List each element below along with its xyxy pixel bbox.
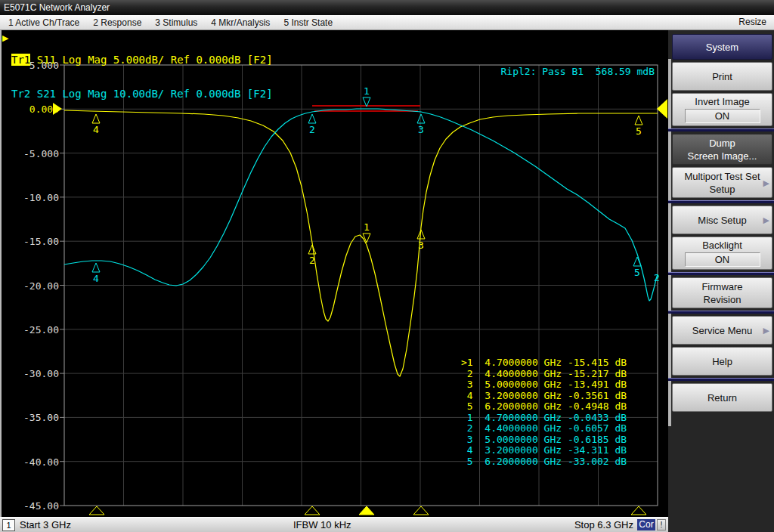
softkey-scroll-strip (668, 59, 671, 426)
menu-resize[interactable]: Resize (738, 15, 766, 29)
submenu-arrow-icon: ▶ (763, 326, 769, 336)
window-title-bar: E5071C Network Analyzer (0, 0, 774, 15)
trace1-marker-row: 5 6.2000000 GHz -0.4948 dB (461, 401, 627, 413)
menu-2-response[interactable]: 2 Response (86, 17, 148, 28)
softkey-service-menu[interactable]: Service Menu▶ (672, 316, 772, 345)
softkey-label: Help (712, 356, 732, 367)
softkey-label: System (706, 42, 738, 53)
marker-number: 5 (636, 125, 642, 137)
softkey-label: Invert Image (673, 96, 772, 107)
toggle-state-box[interactable]: ON (685, 109, 760, 123)
trace1-marker-row: 3 5.0000000 GHz -13.491 dB (461, 379, 627, 391)
softkey-label: Revision (704, 293, 741, 306)
trace2-marker-row: 5 6.2000000 GHz -33.002 dB (461, 456, 627, 468)
trace2-marker-5[interactable]: 5 (633, 257, 641, 278)
marker-triangle-icon (417, 114, 425, 123)
marker-triangle-icon (308, 114, 316, 123)
trace1-marker-row: >1 4.7000000 GHz -15.415 dB (461, 357, 627, 369)
softkey-label: Return (707, 392, 737, 404)
instrument-screen: 12345123452 ▶ Tr1 S11 Log Mag 5.000dB/ R… (0, 30, 668, 517)
softkey-group-separator (668, 272, 774, 275)
submenu-arrow-icon: ▶ (763, 176, 769, 189)
ripple-test-result: Ripl2: Pass B1 568.59 mdB (423, 66, 655, 77)
marker-triangle-icon (92, 263, 100, 272)
correction-status-badge: Cor (637, 519, 655, 530)
trace1-marker-row: 2 4.4000000 GHz -15.217 dB (461, 369, 627, 380)
softkey-label: Screen Image... (688, 150, 757, 162)
trace1-marker-5[interactable]: 5 (635, 116, 642, 137)
channel-indicator: 1 (2, 519, 15, 531)
trace1-name[interactable]: Tr1 (11, 54, 30, 66)
stop-frequency-readout[interactable]: Stop 6.3 GHz (574, 519, 633, 530)
softkey-label: Firmware (701, 280, 742, 293)
softkey-invert-image[interactable]: Invert ImageON (672, 93, 772, 126)
marker-triangle-icon (308, 245, 316, 254)
trace2-marker-2[interactable]: 2 (308, 114, 316, 135)
marker-number: 4 (93, 273, 99, 284)
softkey-group-separator (668, 311, 774, 314)
softkey-system[interactable]: System (672, 34, 772, 60)
softkey-backlight[interactable]: BacklightON (672, 237, 772, 270)
softkey-label: Multiport Test Set (684, 170, 760, 183)
marker-number: 3 (418, 240, 424, 251)
softkey-label: Setup (710, 183, 735, 196)
trace1-settings: S11 Log Mag 5.000dB/ Ref 0.000dB [F2] (30, 54, 272, 66)
ref-level-arrow-right-icon[interactable] (657, 99, 667, 119)
softkey-group-separator (668, 378, 774, 381)
window-title: E5071C Network Analyzer (4, 2, 110, 13)
trace2-marker-4[interactable]: 4 (92, 263, 100, 284)
stimulus-marker-icon[interactable] (359, 506, 374, 515)
stimulus-marker-icon[interactable] (89, 506, 104, 515)
marker-number: 4 (93, 124, 99, 135)
network-analyzer-window: { "title_bar": { "title": "E5071C Networ… (0, 0, 774, 532)
trace1-marker-row: 4 3.2000000 GHz -0.3561 dB (461, 391, 627, 402)
softkey-label: Print (712, 71, 732, 82)
softkey-label: Misc Setup (698, 215, 746, 226)
trace1-marker-2[interactable]: 2 (308, 245, 316, 266)
softkey-menu: SystemPrintInvert ImageONDumpScreen Imag… (672, 32, 772, 412)
softkey-group-separator (668, 200, 774, 203)
ifbw-readout[interactable]: IFBW 10 kHz (293, 519, 351, 530)
softkey-return[interactable]: Return (672, 383, 772, 412)
trace2-marker-row: 4 3.2000000 GHz -34.311 dB (461, 445, 627, 456)
softkey-label: Backlight (673, 240, 772, 251)
softkey-sidebar: SystemPrintInvert ImageONDumpScreen Imag… (668, 30, 774, 532)
trace2-position-label: 2 (654, 272, 660, 283)
menu-4-mkr-analysis[interactable]: 4 Mkr/Analysis (204, 17, 277, 28)
marker-number: 1 (364, 85, 370, 97)
softkey-firmware-revision[interactable]: FirmwareRevision (672, 277, 772, 308)
toggle-state-box[interactable]: ON (685, 252, 760, 267)
menu-5-instr-state[interactable]: 5 Instr State (277, 17, 339, 28)
trace-status: Tr1 S11 Log Mag 5.000dB/ Ref 0.000dB [F2… (11, 32, 273, 122)
stimulus-marker-icon[interactable] (305, 506, 320, 515)
trace2-marker-row: 3 5.0000000 GHz -0.6185 dB (461, 435, 627, 446)
softkey-group-separator (668, 128, 774, 131)
trace2-status-line[interactable]: Tr2 S21 Log Mag 10.00dB/ Ref 0.000dB [F2… (11, 88, 273, 100)
marker-readout-table: >1 4.7000000 GHz -15.415 dB 2 4.4000000 … (461, 357, 627, 467)
status-bar: 1 Start 3 GHz IFBW 10 kHz Stop 6.3 GHz C… (0, 517, 668, 532)
stimulus-marker-icon[interactable] (631, 506, 646, 515)
trace2-marker-row: 2 4.4000000 GHz -0.6057 dB (461, 423, 627, 435)
submenu-arrow-icon: ▶ (763, 215, 769, 225)
start-frequency-readout[interactable]: Start 3 GHz (20, 519, 71, 530)
marker-number: 5 (634, 267, 640, 278)
stimulus-marker-icon[interactable] (413, 506, 429, 515)
marker-number: 2 (309, 255, 315, 266)
softkey-help[interactable]: Help (672, 347, 772, 376)
menu-3-stimulus[interactable]: 3 Stimulus (148, 17, 204, 28)
softkey-label: Service Menu (692, 325, 752, 336)
menu-1-active-ch-trace[interactable]: 1 Active Ch/Trace (2, 17, 86, 28)
softkey-multiport-test-set-setup[interactable]: Multiport Test SetSetup▶ (672, 167, 772, 198)
marker-number: 2 (309, 124, 315, 135)
softkey-label: Dump (709, 137, 735, 150)
softkey-print[interactable]: Print (672, 62, 772, 91)
menu-items: 1 Active Ch/Trace2 Response3 Stimulus4 M… (2, 15, 339, 29)
trace2-settings: Tr2 S21 Log Mag 10.00dB/ Ref 0.000dB [F2… (11, 88, 273, 100)
trace2-marker-1[interactable]: 1 (363, 85, 370, 107)
warning-indicator: ! (657, 519, 666, 530)
trace2-marker-3[interactable]: 3 (417, 114, 425, 135)
trace1-status-line[interactable]: Tr1 S11 Log Mag 5.000dB/ Ref 0.000dB [F2… (11, 54, 273, 66)
softkey-dump-screen-image[interactable]: DumpScreen Image... (672, 134, 772, 165)
marker-triangle-icon (635, 116, 642, 125)
softkey-misc-setup[interactable]: Misc Setup▶ (672, 206, 772, 234)
